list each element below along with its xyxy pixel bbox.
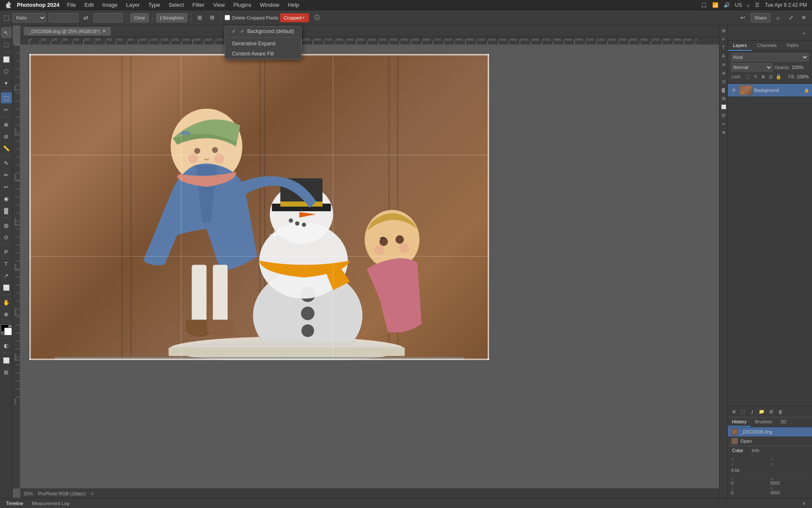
- measure-tool-button[interactable]: 📏: [1, 143, 12, 154]
- screen-mode-button[interactable]: ⬜: [1, 355, 12, 366]
- timeline-collapse-button[interactable]: ∨: [799, 499, 809, 508]
- brush-tool-button[interactable]: ✏: [1, 169, 12, 180]
- height-input[interactable]: [93, 13, 123, 22]
- magic-wand-button[interactable]: ✦: [1, 77, 12, 88]
- zoom-tool-button[interactable]: ⊕: [1, 309, 12, 320]
- crop-corner-br[interactable]: [486, 356, 490, 361]
- swatches-icon-btn[interactable]: ⊛: [720, 69, 727, 76]
- background-color[interactable]: [4, 328, 12, 335]
- hand-tool-button[interactable]: ✋: [1, 297, 12, 308]
- control-center-icon[interactable]: ☰: [755, 2, 760, 8]
- tab-3d[interactable]: 3D: [776, 417, 791, 427]
- menu-view[interactable]: View: [209, 1, 229, 9]
- menu-type[interactable]: Type: [144, 1, 164, 9]
- lock-position-button[interactable]: ⊡: [768, 73, 774, 80]
- actions-icon-btn[interactable]: ↩: [720, 120, 727, 127]
- crop-corner-tr[interactable]: [486, 53, 490, 58]
- crop-handle-left[interactable]: [29, 54, 31, 360]
- lock-artboard-button[interactable]: ⊕: [760, 73, 767, 80]
- layer-style-button[interactable]: ƒ: [748, 408, 757, 416]
- styles-icon-btn[interactable]: ⊞: [720, 95, 727, 102]
- measurement-log-tab[interactable]: Measurement Log: [29, 500, 72, 507]
- menu-window[interactable]: Window: [255, 1, 283, 9]
- blur-button[interactable]: ◍: [1, 220, 12, 231]
- extras-button[interactable]: ⊞: [1, 367, 12, 378]
- history-item-0[interactable]: _DSC0008.dng: [728, 427, 812, 436]
- layer-visibility-toggle[interactable]: 👁: [730, 87, 737, 94]
- menu-file[interactable]: File: [63, 1, 80, 9]
- dropdown-item-background-default[interactable]: ✓ Background (default): [225, 26, 301, 36]
- healing-brush-button[interactable]: ✎: [1, 157, 12, 168]
- status-arrow[interactable]: >: [91, 491, 93, 496]
- path-select-button[interactable]: ↗: [1, 270, 12, 281]
- width-input[interactable]: [49, 13, 78, 22]
- delete-cropped-checkbox[interactable]: [225, 15, 230, 20]
- layers-icon-btn[interactable]: ⊞: [720, 27, 727, 34]
- paragraph-icon-btn[interactable]: ≋: [720, 61, 727, 68]
- crop-corner-bl[interactable]: [29, 356, 33, 361]
- crop-tool-button[interactable]: ⬚: [1, 92, 12, 103]
- foreground-background-colors[interactable]: ⇄ ⊡: [1, 324, 12, 335]
- tab-color[interactable]: Color: [728, 446, 747, 455]
- dropdown-item-generative-expand[interactable]: Generative Expand: [225, 39, 301, 49]
- character-icon-btn[interactable]: A: [720, 52, 727, 59]
- lock-transparency-button[interactable]: ⬚: [745, 73, 752, 80]
- shapes-icon-btn[interactable]: ⬜: [720, 103, 727, 110]
- share-button[interactable]: Share: [751, 13, 771, 22]
- lasso-tool-button[interactable]: ⬡: [1, 66, 12, 77]
- tab-history[interactable]: History: [728, 417, 751, 427]
- channels-icon-btn[interactable]: ☰: [720, 112, 727, 119]
- artboard-tool-button[interactable]: ⬚: [1, 39, 12, 50]
- expand-button[interactable]: ⤢: [786, 13, 796, 22]
- pen-tool-button[interactable]: P: [1, 246, 12, 257]
- tab-layers[interactable]: Layers: [728, 41, 752, 51]
- eyedropper-button[interactable]: ⊘: [1, 131, 12, 142]
- timeline-tab[interactable]: Timeline: [3, 500, 26, 507]
- photo-canvas[interactable]: [29, 53, 490, 361]
- ratio-select[interactable]: Ratio: [12, 13, 46, 22]
- undo-button[interactable]: ↩: [738, 13, 748, 22]
- menu-help[interactable]: Help: [284, 1, 304, 9]
- dropdown-item-content-aware-fill[interactable]: Content-Aware Fill: [225, 49, 301, 59]
- crop-handle-bottom[interactable]: [29, 359, 489, 360]
- layer-item-background[interactable]: 👁 Background 🔒: [728, 84, 812, 97]
- grid-overlay-button[interactable]: ⊞: [195, 13, 205, 22]
- history-item-1[interactable]: Open: [728, 436, 812, 446]
- spotlight-icon[interactable]: ⌕: [747, 2, 750, 8]
- lock-all-button[interactable]: 🔒: [775, 73, 782, 80]
- eraser-button[interactable]: ◉: [1, 193, 12, 204]
- move-tool-button[interactable]: ↖: [1, 27, 12, 38]
- add-adjustment-button[interactable]: ⊕: [730, 408, 738, 416]
- layer-group-button[interactable]: 📁: [757, 408, 766, 416]
- quick-mask-button[interactable]: ◐: [1, 340, 12, 351]
- tab-paths[interactable]: Paths: [782, 41, 804, 51]
- collapse-panel-button[interactable]: «: [799, 28, 809, 38]
- dodge-button[interactable]: ⊙: [1, 232, 12, 243]
- delete-layer-button[interactable]: 🗑: [776, 408, 785, 416]
- kind-filter-select[interactable]: Kind: [731, 53, 809, 61]
- clear-button[interactable]: Clear: [130, 13, 149, 22]
- cropped-dropdown-button[interactable]: Cropped ▼: [280, 13, 309, 22]
- history-brush-button[interactable]: ↩: [1, 181, 12, 192]
- canvas-scroll-area[interactable]: [20, 45, 719, 489]
- properties-icon-btn[interactable]: ⊕: [720, 129, 727, 135]
- menu-select[interactable]: Select: [165, 1, 188, 9]
- gradient-button[interactable]: ▓: [1, 205, 12, 216]
- blend-mode-select[interactable]: Normal: [731, 63, 773, 72]
- type-tool-button[interactable]: T: [1, 258, 12, 269]
- menu-image[interactable]: Image: [98, 1, 122, 9]
- tab-brushes[interactable]: Brushes: [751, 417, 776, 427]
- adjustments-icon-btn[interactable]: ≡: [720, 36, 727, 42]
- tab-info[interactable]: Info: [747, 446, 763, 455]
- menu-filter[interactable]: Filter: [188, 1, 209, 9]
- close-panel-button[interactable]: ✕: [798, 13, 809, 22]
- canvas-area[interactable]: _DSC0008.dng @ 25% (RGB/16*) ✕: [13, 25, 719, 498]
- new-layer-button[interactable]: ⊞: [767, 408, 775, 416]
- swap-dimensions-button[interactable]: ⇄: [81, 13, 91, 22]
- lock-image-button[interactable]: ✎: [752, 73, 759, 80]
- close-tab-button[interactable]: ✕: [102, 29, 106, 33]
- tab-channels[interactable]: Channels: [752, 41, 782, 51]
- swap-colors-icon[interactable]: ⇄: [9, 324, 12, 328]
- shape-tool-button[interactable]: ⬜: [1, 282, 12, 293]
- menu-layer[interactable]: Layer: [122, 1, 144, 9]
